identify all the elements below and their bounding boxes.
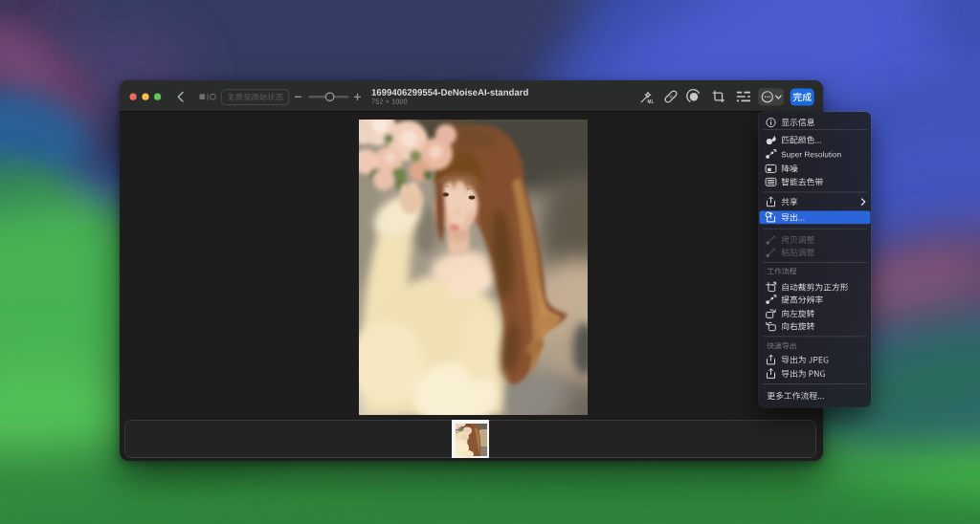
svg-text:ML: ML: [648, 99, 655, 104]
